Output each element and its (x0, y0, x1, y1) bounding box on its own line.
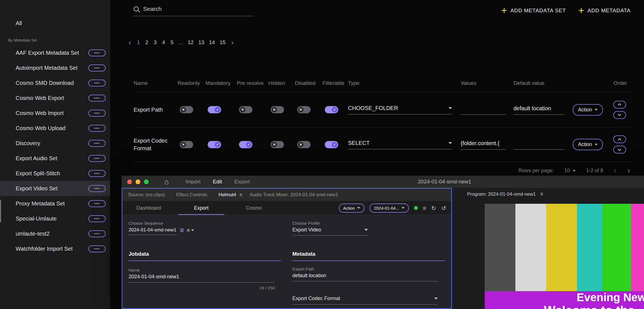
sidebar-item-special-umlaute[interactable]: Special-Umlaute ••• (0, 211, 110, 226)
zoom-window-button[interactable] (144, 179, 149, 184)
page-number[interactable]: 15 (218, 39, 227, 46)
panel-tab-audio-track-mixer[interactable]: Audio Track Mixer: 2024-01-04-smd-new1 (244, 192, 344, 198)
item-options-button[interactable]: ••• (88, 95, 106, 102)
panel-tab-source[interactable]: Source: (no clips) (122, 192, 171, 198)
item-options-button[interactable]: ••• (88, 80, 106, 87)
filterable-toggle[interactable]: ✓ (325, 106, 338, 113)
readonly-toggle[interactable]: ✕ (180, 106, 193, 113)
tab-export[interactable]: Export (175, 201, 228, 215)
item-options-button[interactable]: ••• (88, 125, 106, 132)
page-number[interactable]: 2 (144, 39, 150, 46)
values-input[interactable] (461, 105, 506, 115)
move-up-button[interactable] (613, 135, 626, 143)
sync-icon[interactable]: ↺ (441, 205, 446, 211)
profile-select[interactable]: Export Video (292, 227, 368, 236)
item-options-button[interactable]: ••• (88, 155, 106, 162)
page-number[interactable]: 13 (197, 39, 206, 46)
sidebar-item-cosmo-smd-download[interactable]: Cosmo SMD Download ••• (0, 75, 110, 90)
item-options-button[interactable]: ••• (88, 49, 106, 56)
default-value-input[interactable]: default location (513, 105, 565, 115)
item-options-button[interactable]: ••• (88, 215, 106, 222)
prev-page-icon[interactable]: ‹ (126, 39, 133, 46)
item-options-button[interactable]: ••• (88, 245, 106, 252)
tab-cosmo[interactable]: Cosmo (228, 201, 280, 215)
item-options-button[interactable]: ••• (88, 64, 106, 71)
tab-import[interactable]: Import (186, 179, 201, 185)
tab-export[interactable]: Export (234, 179, 250, 185)
sidebar-item-all[interactable]: All (16, 20, 22, 27)
sidebar-item-discovery[interactable]: Discovery ••• (0, 136, 110, 151)
tab-dashboard[interactable]: Dashboard (122, 201, 175, 215)
banner-line2: Welcome to the (544, 303, 634, 309)
sidebar-item-cosmo-web-import[interactable]: Cosmo Web Import ••• (0, 106, 110, 121)
refresh-icon[interactable]: ↻ (431, 205, 436, 211)
next-page-icon[interactable]: › (229, 39, 236, 46)
panel-menu-icon[interactable]: ≡ (540, 191, 543, 197)
page-number[interactable]: 3 (152, 39, 158, 46)
sidebar-item-export-split-stitch[interactable]: Export Split-Stitch ••• (0, 166, 110, 181)
hidden-toggle[interactable]: ✕ (271, 106, 284, 113)
mandatory-toggle[interactable]: ✓ (208, 141, 221, 148)
sidebar-item-export-audio-set[interactable]: Export Audio Set ••• (0, 151, 110, 166)
disabled-toggle[interactable]: ✕ (297, 106, 311, 113)
move-up-button[interactable] (613, 101, 626, 109)
export-codec-format-select[interactable]: Export Codec Format (292, 296, 438, 305)
item-options-button[interactable]: ••• (88, 230, 106, 237)
menu-icon[interactable]: ≡ (423, 205, 426, 211)
panel-menu-icon[interactable]: ≡ (240, 192, 243, 198)
mandatory-toggle[interactable]: ✓ (208, 106, 221, 113)
add-metadata-set-button[interactable]: + ADD METADATA SET (501, 7, 566, 15)
disabled-toggle[interactable]: ✕ (297, 141, 311, 148)
move-down-button[interactable] (613, 111, 626, 119)
pre-resolve-toggle[interactable]: ✓ (239, 141, 252, 148)
sidebar-item-autoimport[interactable]: Autoimport Metadata Set ••• (0, 60, 110, 75)
home-icon[interactable]: ⌂ (164, 178, 169, 185)
move-down-button[interactable] (613, 146, 626, 154)
item-options-button[interactable]: ••• (88, 110, 106, 117)
type-select[interactable]: CHOOSE_FOLDER (348, 105, 452, 114)
type-select[interactable]: SELECT (348, 140, 452, 149)
filterable-toggle[interactable]: ✓ (325, 141, 338, 148)
program-panel-title[interactable]: Program: 2024-01-04-smd-new1 (467, 191, 536, 197)
item-options-button[interactable]: ••• (88, 200, 106, 207)
sidebar-item-watchfolder-import-set[interactable]: Watchfolder Import Set ••• (0, 241, 110, 256)
minimize-window-button[interactable] (136, 179, 140, 184)
preset-dropdown-button[interactable]: 2024-01-04... (370, 203, 409, 213)
sidebar-item-cosmo-web-upload[interactable]: Cosmo Web Upload ••• (0, 121, 110, 136)
sidebar-item-export-video-set[interactable]: Export Video Set ••• (0, 181, 110, 196)
page-number[interactable]: 5 (169, 39, 175, 46)
sidebar-item-cosmo-web-export[interactable]: Cosmo Web Export ••• (0, 90, 110, 106)
clear-sequence-icon[interactable]: ≣ (180, 227, 184, 233)
sidebar-item-umlaute-test2[interactable]: umlaute-test2 ••• (0, 226, 110, 241)
hidden-toggle[interactable]: ✕ (271, 141, 284, 148)
panel-tab-helmut4[interactable]: Helmut4 (213, 192, 242, 198)
next-page-icon[interactable]: › (628, 167, 630, 174)
close-window-button[interactable] (127, 179, 132, 184)
page-number[interactable]: 1 (135, 39, 142, 46)
sequence-menu-icon[interactable]: ≡ (187, 227, 194, 233)
panel-tab-effect-controls[interactable]: Effect Controls (171, 192, 213, 198)
rows-per-page-select[interactable]: 10 (564, 168, 576, 174)
item-options-button[interactable]: ••• (88, 170, 106, 177)
page-number[interactable]: 14 (208, 39, 216, 46)
sidebar-item-aaf-export[interactable]: AAF Export Metadata Set ••• (0, 45, 110, 60)
name-input[interactable] (129, 274, 275, 282)
item-options-button[interactable]: ••• (88, 140, 106, 147)
tab-edit[interactable]: Edit (213, 179, 222, 185)
search-input[interactable] (143, 6, 254, 12)
readonly-toggle[interactable]: ✕ (180, 141, 193, 148)
action-dropdown-button[interactable]: Action (573, 104, 603, 116)
export-path-input[interactable]: default location (292, 273, 438, 281)
pre-resolve-toggle[interactable]: ✕ (239, 106, 252, 113)
page-number[interactable]: 12 (186, 39, 195, 46)
default-value-input[interactable] (513, 140, 565, 150)
sidebar-item-proxy-metadata-set[interactable]: Proxy Metadata Set ••• (0, 196, 110, 211)
item-options-button[interactable]: ••• (88, 185, 106, 192)
values-input[interactable]: {folder.content.{ (461, 140, 506, 150)
add-metadata-button[interactable]: + ADD METADATA (578, 7, 631, 15)
page-number[interactable]: 4 (160, 39, 167, 46)
sequence-value[interactable]: 2024-01-04-smd-new1 (129, 227, 176, 235)
action-dropdown-button[interactable]: Action (339, 203, 365, 213)
prev-page-icon[interactable]: ‹ (614, 167, 616, 174)
action-dropdown-button[interactable]: Action (573, 139, 603, 150)
